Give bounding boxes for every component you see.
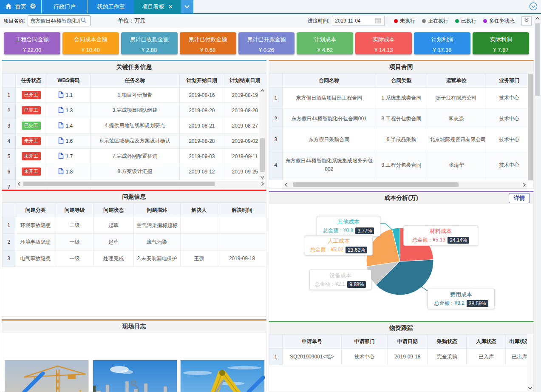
scroll-down-icon[interactable] (259, 174, 266, 180)
issue-category-cell: 电气事故隐患 (15, 250, 56, 267)
file-icon[interactable] (58, 107, 64, 114)
contract-row[interactable]: 2东方假日4#楼智能化分包合同0013.工程分包类合同李志强技术中心 (269, 108, 533, 129)
contract-type-cell: 6.半成品采购 (376, 129, 427, 150)
kpi-card[interactable]: 计划成本¥ 4.62 (297, 32, 353, 54)
task-status-badge: 已完工 (22, 122, 41, 130)
task-row[interactable]: 4未开工1.66.示范区域确定及方案设计确认2019-08-282019-09-… (3, 134, 266, 149)
scroll-up-icon[interactable] (259, 87, 266, 94)
task-wbs-cell: 1.7 (47, 149, 90, 164)
row-number: 1 (3, 88, 16, 103)
nav-tab-strip: 首页 行政门户 我的工作室 项目看板 (0, 0, 193, 13)
task-status-badge: 未开工 (22, 152, 41, 160)
home-area[interactable]: 首页 (0, 0, 41, 13)
tab-project-board[interactable]: 项目看板 (134, 0, 181, 13)
tab-list-dropdown[interactable] (181, 0, 193, 13)
legend-dot-icon (422, 19, 426, 23)
task-row[interactable]: 2已完工1.33.完成项目团队组建2019-08-202019-08-20 (3, 103, 266, 118)
task-wbs-cell: 1.3 (47, 103, 90, 118)
column-header: 任务名称 (90, 74, 179, 88)
cost-detail-button[interactable]: 详情 (509, 193, 530, 203)
project-search-box[interactable] (28, 15, 91, 26)
task-start-date-cell: 2019-09-03 (180, 149, 224, 164)
kpi-card[interactable]: 合同成本金额¥ 10.40 (62, 32, 119, 54)
page-scrollbar[interactable] (534, 14, 541, 392)
column-header: 业务部门 (485, 74, 533, 88)
progress-time-label: 进度时间: (308, 17, 329, 25)
scroll-up-icon[interactable] (534, 15, 541, 21)
key-tasks-table-header: 任务状态WBS编码任务名称计划开始日期计划结束日期 (3, 74, 266, 88)
task-row[interactable]: 1已开工1.11.项目可研报告2019-08-162019-08-19 (3, 88, 266, 103)
contract-row[interactable]: 4东方假日4#楼智能化系统集成服务分包0023.工程分包类合同张清华技术中心 (269, 150, 533, 180)
column-header (269, 335, 283, 349)
kpi-card[interactable]: 工程合同金额¥ 22.00 (4, 32, 60, 54)
chevron-down-icon (184, 3, 190, 10)
contract-row[interactable]: 1东方假日酒店项目部工程合同1.系统集成类合同扬子江有限总公司技术中心 (269, 88, 533, 108)
scroll-left-icon[interactable] (283, 182, 289, 188)
issue-description-cell: 废气污染 (134, 234, 181, 250)
collapse-toolbar-button[interactable] (529, 2, 538, 11)
column-header: 运营单位 (427, 74, 485, 88)
expand-filters-button[interactable] (521, 16, 532, 26)
calendar-icon[interactable] (375, 17, 381, 25)
column-header: 解决人 (181, 203, 218, 217)
issue-row[interactable]: 2环境事故隐患一级起草废气污染 (3, 234, 266, 250)
contracts-vertical-scrollbar[interactable] (528, 73, 533, 181)
wbs-code: 1.1 (66, 92, 73, 98)
issue-description-cell: 2.未安装漏电保护 (134, 250, 181, 267)
task-start-date-cell: 2019-08-20 (180, 103, 224, 118)
row-number: 3 (269, 129, 283, 150)
issue-resolver-cell (181, 234, 218, 250)
file-icon[interactable] (58, 168, 64, 176)
site-photo-tower-crane[interactable] (5, 360, 88, 392)
site-photo-concrete-pillars[interactable] (93, 360, 177, 392)
scroll-left-icon[interactable] (16, 181, 22, 187)
tasks-horizontal-scrollbar[interactable] (16, 181, 266, 187)
task-row[interactable]: 5未开工1.77.完成外网配置征询2019-09-032019-09-11 (3, 149, 266, 164)
issue-row[interactable]: 1环境事故隐患二级起草空气污染指标超标 (3, 217, 266, 234)
legend-dot-icon (455, 19, 459, 23)
scroll-right-icon[interactable] (521, 182, 527, 188)
task-wbs-cell: 1.4 (47, 118, 90, 134)
task-status-cell: 未开工 (15, 149, 47, 164)
task-status-legend: 未执行正在执行已执行多任务状态 (394, 17, 515, 25)
contracts-horizontal-scrollbar[interactable] (283, 182, 527, 188)
kpi-card[interactable]: 累计已付款金额¥ 0.68 (180, 32, 236, 54)
request-date-cell: 2019-09-18 (388, 349, 428, 365)
project-search-input[interactable] (28, 18, 80, 24)
progress-date-box[interactable] (332, 16, 385, 26)
tab-my-workspace[interactable]: 我的工作室 (88, 0, 134, 13)
issue-row[interactable]: 3电气事故隐患一级处理完成2.未安装漏电保护王强2019-09-18 (3, 250, 266, 267)
file-icon[interactable] (58, 137, 64, 145)
carousel-next-icon[interactable] (246, 372, 266, 392)
file-icon[interactable] (58, 153, 64, 160)
contract-row[interactable]: 3东方假日采购合同6.半成品采购北京城际规资讯有限公司技术中心 (269, 129, 533, 150)
tasks-vertical-scrollbar[interactable] (259, 87, 266, 180)
kpi-card[interactable]: 实际利润¥ 7.87 (473, 32, 529, 54)
progress-date-input[interactable] (332, 18, 372, 24)
close-icon[interactable] (169, 3, 173, 10)
kpi-card[interactable]: 累计已收款金额¥ 2.88 (121, 32, 178, 54)
file-icon[interactable] (58, 122, 64, 130)
kpi-card[interactable]: 实际成本¥ 14.13 (355, 32, 412, 54)
kpi-card-value: ¥ 10.40 (62, 47, 119, 53)
materials-vertical-scrollbar[interactable] (527, 334, 533, 391)
column-header (269, 74, 283, 88)
task-row[interactable]: 3已完工1.44.提供用地红线和规划要点2019-08-212019-08-27 (3, 118, 266, 134)
issue-resolve-time-cell (218, 217, 266, 234)
scroll-down-icon[interactable] (527, 385, 533, 391)
kpi-card[interactable]: 计划利润¥ 17.38 (414, 32, 470, 54)
section-title-materials: 物资跟踪 (269, 322, 533, 334)
search-icon[interactable] (80, 17, 87, 25)
home-label[interactable]: 首页 (15, 3, 26, 11)
kpi-card[interactable]: 累计已开票金额¥ 0.26 (238, 32, 295, 54)
tab-admin-portal[interactable]: 行政门户 (42, 0, 88, 13)
gear-icon[interactable] (30, 3, 36, 11)
file-icon[interactable] (58, 91, 64, 99)
carousel-prev-icon[interactable] (21, 372, 45, 392)
page-scrollbar-thumb[interactable] (535, 23, 540, 96)
task-row[interactable]: 6未开工1.88.方案设计汇报2019-09-122019-09-25 (3, 164, 266, 179)
material-row[interactable]: 1SQ201909001<笔>技术中心2019-09-18完全采购已入库已出库 (269, 349, 533, 365)
scroll-right-icon[interactable] (259, 181, 266, 187)
task-name-cell: 8.方案设计汇报 (90, 164, 179, 179)
home-icon[interactable] (5, 3, 12, 11)
